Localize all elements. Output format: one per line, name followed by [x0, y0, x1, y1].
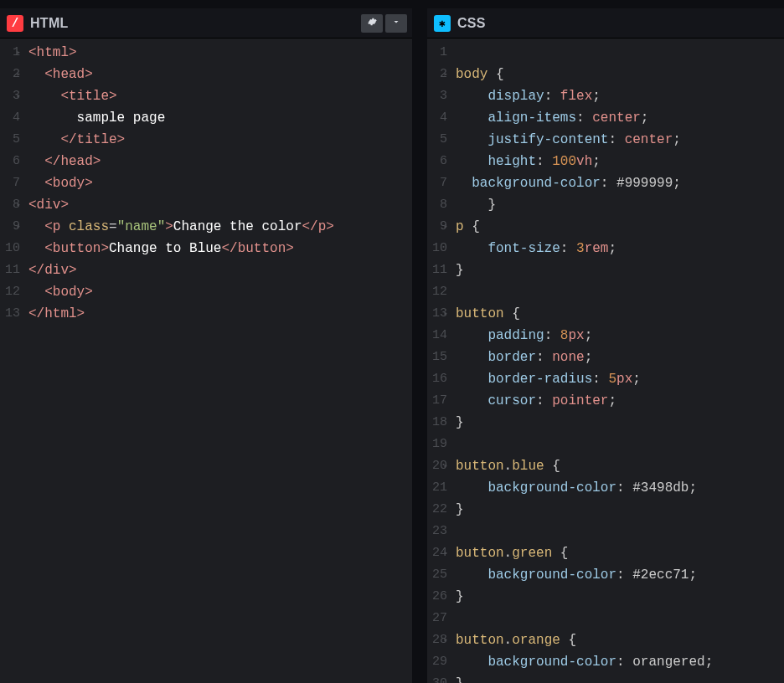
line-number: 2	[427, 64, 447, 85]
line-number: 9	[0, 216, 20, 238]
code-line[interactable]: </div>	[28, 259, 412, 281]
code-line[interactable]: button.green {	[456, 542, 784, 564]
html-badge-icon: /	[7, 15, 23, 32]
code-line[interactable]: align-items: center;	[456, 107, 784, 129]
html-pane-header: / HTML	[0, 8, 412, 39]
line-number: 5	[427, 129, 447, 151]
line-number: 2	[0, 64, 20, 85]
line-number: 19	[427, 434, 447, 455]
line-number: 11	[0, 259, 20, 281]
code-line[interactable]: <body>	[28, 281, 412, 303]
code-line[interactable]: justify-content: center;	[456, 129, 784, 151]
code-line[interactable]: border: none;	[456, 347, 784, 368]
line-number: 14	[427, 325, 447, 347]
line-number: 5	[0, 129, 20, 151]
line-number: 11	[427, 259, 447, 281]
code-line[interactable]: }	[456, 412, 784, 434]
html-pane: / HTML 12345678910111213 <html> <head> <…	[0, 8, 412, 683]
line-number: 6	[427, 151, 447, 172]
code-line[interactable]: <head>	[28, 64, 412, 85]
code-line[interactable]: }	[456, 194, 784, 216]
css-editor[interactable]: 1234567891011121314151617181920212223242…	[427, 39, 784, 683]
code-line[interactable]: }	[456, 673, 784, 683]
code-line[interactable]: }	[456, 499, 784, 521]
line-number: 7	[0, 172, 20, 194]
code-line[interactable]: sample page	[28, 107, 412, 129]
code-line[interactable]: background-color: #3498db;	[456, 477, 784, 499]
line-number: 23	[427, 521, 447, 542]
code-line[interactable]: button.orange {	[456, 629, 784, 651]
line-number: 3	[0, 85, 20, 107]
line-number: 28	[427, 629, 447, 651]
line-number: 22	[427, 499, 447, 521]
line-number: 10	[0, 238, 20, 259]
css-gutter: 1234567891011121314151617181920212223242…	[427, 42, 456, 683]
code-line[interactable]: padding: 8px;	[456, 325, 784, 347]
code-line[interactable]: p {	[456, 216, 784, 238]
line-number: 18	[427, 412, 447, 434]
expand-button[interactable]	[385, 14, 407, 33]
code-line[interactable]: background-color: orangered;	[456, 651, 784, 673]
code-line[interactable]: button.blue {	[456, 455, 784, 477]
line-number: 17	[427, 390, 447, 412]
html-pane-title: HTML	[30, 16, 69, 31]
code-line[interactable]: <title>	[28, 85, 412, 107]
line-number: 9	[427, 216, 447, 238]
line-number: 24	[427, 542, 447, 564]
code-line[interactable]	[456, 608, 784, 629]
line-number: 13	[427, 303, 447, 325]
code-line[interactable]	[456, 434, 784, 455]
pane-divider[interactable]	[412, 8, 427, 683]
html-code[interactable]: <html> <head> <title> sample page </titl…	[28, 42, 412, 683]
code-line[interactable]: background-color: #999999;	[456, 172, 784, 194]
editor-app: / HTML 12345678910111213 <html> <head> <…	[0, 0, 784, 683]
chevron-down-icon	[391, 16, 401, 31]
gear-icon	[367, 16, 377, 31]
code-line[interactable]: <html>	[28, 42, 412, 64]
css-badge-icon: ✱	[434, 15, 451, 32]
css-pane-header: ✱ CSS	[427, 8, 784, 39]
line-number: 25	[427, 564, 447, 586]
line-number: 12	[427, 281, 447, 303]
html-editor[interactable]: 12345678910111213 <html> <head> <title> …	[0, 39, 412, 683]
line-number: 20	[427, 455, 447, 477]
line-number: 15	[427, 347, 447, 368]
code-line[interactable]: border-radius: 5px;	[456, 368, 784, 390]
css-pane-title: CSS	[457, 16, 486, 31]
code-line[interactable]: </head>	[28, 151, 412, 172]
code-line[interactable]: }	[456, 586, 784, 608]
code-line[interactable]: background-color: #2ecc71;	[456, 564, 784, 586]
code-line[interactable]: <button>Change to Blue</button>	[28, 238, 412, 259]
line-number: 8	[427, 194, 447, 216]
line-number: 21	[427, 477, 447, 499]
code-line[interactable]: <div>	[28, 194, 412, 216]
code-line[interactable]: <body>	[28, 172, 412, 194]
code-line[interactable]: button {	[456, 303, 784, 325]
code-line[interactable]: cursor: pointer;	[456, 390, 784, 412]
code-line[interactable]: height: 100vh;	[456, 151, 784, 172]
code-line[interactable]: font-size: 3rem;	[456, 238, 784, 259]
line-number: 4	[427, 107, 447, 129]
line-number: 3	[427, 85, 447, 107]
line-number: 27	[427, 608, 447, 629]
line-number: 10	[427, 238, 447, 259]
code-line[interactable]: <p class="name">Change the color</p>	[28, 216, 412, 238]
code-line[interactable]: </html>	[28, 303, 412, 325]
line-number: 6	[0, 151, 20, 172]
line-number: 1	[427, 42, 447, 64]
code-line[interactable]: </title>	[28, 129, 412, 151]
css-code[interactable]: body { display: flex; align-items: cente…	[456, 42, 784, 683]
line-number: 30	[427, 673, 447, 683]
code-line[interactable]: }	[456, 259, 784, 281]
line-number: 16	[427, 368, 447, 390]
code-line[interactable]	[456, 521, 784, 542]
line-number: 26	[427, 586, 447, 608]
line-number: 8	[0, 194, 20, 216]
code-line[interactable]: display: flex;	[456, 85, 784, 107]
settings-button[interactable]	[361, 14, 383, 33]
line-number: 13	[0, 303, 20, 325]
code-line[interactable]: body {	[456, 64, 784, 85]
code-line[interactable]	[456, 42, 784, 64]
line-number: 29	[427, 651, 447, 673]
code-line[interactable]	[456, 281, 784, 303]
